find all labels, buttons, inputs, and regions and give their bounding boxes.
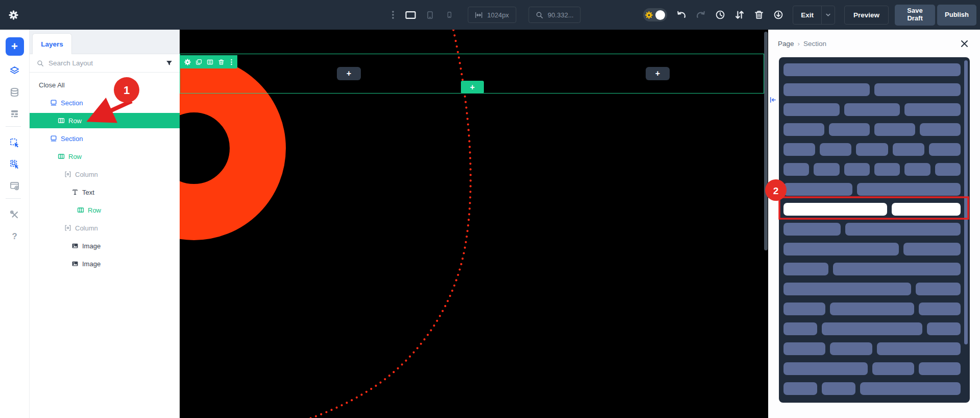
- wireframe-pill[interactable]: [903, 243, 961, 256]
- filter-icon[interactable]: [166, 60, 173, 66]
- history-icon[interactable]: [715, 10, 725, 20]
- layer-item-text[interactable]: Text: [30, 184, 180, 200]
- wireframe-pill[interactable]: [904, 103, 961, 116]
- wireframe-scrollbar[interactable]: [964, 60, 968, 344]
- wireframe-pill[interactable]: [929, 143, 961, 156]
- wireframe-pill[interactable]: [935, 163, 961, 176]
- rail-database-button[interactable]: [6, 83, 24, 101]
- layer-item-row[interactable]: Row: [30, 149, 180, 164]
- layer-item-section[interactable]: Section: [30, 131, 180, 146]
- layer-item-column[interactable]: Column: [30, 167, 180, 182]
- breadcrumb-page[interactable]: Page: [778, 40, 794, 48]
- wireframe-pill[interactable]: [783, 342, 825, 355]
- wireframe-pill[interactable]: [829, 123, 870, 136]
- columns-icon[interactable]: [207, 59, 213, 65]
- undo-icon[interactable]: [676, 10, 687, 20]
- layer-item-image[interactable]: Image: [30, 256, 180, 271]
- wireframe-pill[interactable]: [927, 322, 961, 335]
- canvas-scrollbar[interactable]: [764, 32, 768, 250]
- layer-item-image[interactable]: Image: [30, 238, 180, 253]
- wireframe-pill[interactable]: [833, 263, 961, 275]
- wireframe-pill[interactable]: [783, 183, 852, 196]
- add-element-button-right[interactable]: +: [646, 67, 670, 80]
- wireframe-pill[interactable]: [857, 183, 961, 196]
- wireframe-pill[interactable]: [877, 342, 961, 355]
- wireframe-pill[interactable]: [783, 163, 809, 176]
- wireframe-pill[interactable]: [814, 163, 839, 176]
- wireframe-pill[interactable]: [783, 103, 840, 116]
- publish-button[interactable]: Publish: [937, 5, 976, 26]
- gear-icon[interactable]: [184, 59, 191, 65]
- wireframe-pill[interactable]: [783, 83, 870, 96]
- search-input[interactable]: Search Layout: [48, 59, 161, 67]
- exit-button[interactable]: Exit: [793, 6, 821, 24]
- wireframe-pill[interactable]: [860, 382, 961, 395]
- wireframe-pill[interactable]: [783, 263, 828, 275]
- wireframe-pill[interactable]: [919, 303, 961, 315]
- tab-layers[interactable]: Layers: [32, 33, 72, 54]
- wireframe-pill[interactable]: [872, 362, 914, 375]
- add-element-button-left[interactable]: +: [337, 67, 361, 80]
- gear-icon[interactable]: [9, 10, 18, 20]
- wireframe-pill[interactable]: [874, 163, 900, 176]
- mobile-mode-button[interactable]: [443, 10, 455, 20]
- wireframe-pill[interactable]: [830, 342, 872, 355]
- wireframe-pill[interactable]: [844, 103, 900, 116]
- preview-button[interactable]: Preview: [844, 6, 889, 25]
- wireframe-pill[interactable]: [783, 322, 817, 335]
- duplicate-icon[interactable]: [195, 59, 202, 65]
- wireframe-pill[interactable]: [920, 123, 961, 136]
- close-all-button[interactable]: Close All: [30, 77, 180, 92]
- rail-window-settings-button[interactable]: [6, 177, 24, 194]
- wireframe-pill[interactable]: [783, 243, 899, 256]
- wireframe-pill[interactable]: [822, 322, 922, 335]
- canvas[interactable]: + + +: [180, 30, 768, 418]
- wireframe-pill[interactable]: [783, 283, 911, 295]
- dark-mode-toggle[interactable]: [643, 8, 667, 21]
- wireframe-pill[interactable]: [874, 83, 961, 96]
- trash-icon[interactable]: [218, 59, 225, 65]
- export-icon[interactable]: [773, 10, 783, 20]
- kebab-icon[interactable]: [391, 10, 394, 19]
- wireframe-pill[interactable]: [820, 143, 851, 156]
- layer-item-row[interactable]: Row: [30, 113, 180, 128]
- exit-menu-button[interactable]: [822, 6, 835, 24]
- desktop-mode-button[interactable]: [404, 10, 416, 20]
- wireframe-pill[interactable]: [783, 303, 825, 315]
- wireframe-pill[interactable]: [822, 382, 855, 395]
- add-column-button[interactable]: +: [461, 81, 484, 94]
- layer-item-row[interactable]: Row: [30, 202, 180, 218]
- wireframe-pill[interactable]: [892, 203, 961, 216]
- wireframe-pill[interactable]: [874, 123, 915, 136]
- redo-icon[interactable]: [696, 10, 706, 20]
- wireframe-pill[interactable]: [830, 303, 914, 315]
- tablet-mode-button[interactable]: [424, 10, 436, 20]
- rail-select-element-button[interactable]: [6, 134, 24, 151]
- wireframe-pill[interactable]: [845, 223, 961, 236]
- zoom-input[interactable]: 90.332...: [528, 7, 581, 23]
- wireframe-pill[interactable]: [783, 63, 961, 76]
- rail-select-child-button[interactable]: [6, 155, 24, 173]
- wireframe-pill[interactable]: [904, 163, 930, 176]
- wireframe-pill[interactable]: [783, 382, 817, 395]
- layer-item-column[interactable]: Column: [30, 220, 180, 236]
- wireframe-pill[interactable]: [783, 143, 815, 156]
- kebab-icon[interactable]: [230, 59, 233, 65]
- rail-help-button[interactable]: ?: [6, 227, 24, 245]
- add-element-button[interactable]: +: [6, 37, 24, 56]
- trash-icon[interactable]: [754, 10, 764, 20]
- layer-item-section[interactable]: Section: [30, 95, 180, 110]
- rail-tools-button[interactable]: [6, 206, 24, 223]
- wireframe-pill[interactable]: [919, 362, 961, 375]
- wireframe-pill[interactable]: [844, 163, 870, 176]
- wireframe-pill[interactable]: [893, 143, 924, 156]
- rail-tree-view-button[interactable]: [6, 105, 24, 122]
- wireframe-pill[interactable]: [783, 203, 887, 216]
- close-icon[interactable]: [960, 39, 969, 48]
- rail-layers-button[interactable]: [6, 62, 24, 79]
- wireframe-pill[interactable]: [783, 362, 868, 375]
- wireframe-pill[interactable]: [783, 223, 841, 236]
- wireframe-pill[interactable]: [916, 283, 961, 295]
- wireframe-pill[interactable]: [856, 143, 888, 156]
- sort-icon[interactable]: [734, 10, 745, 20]
